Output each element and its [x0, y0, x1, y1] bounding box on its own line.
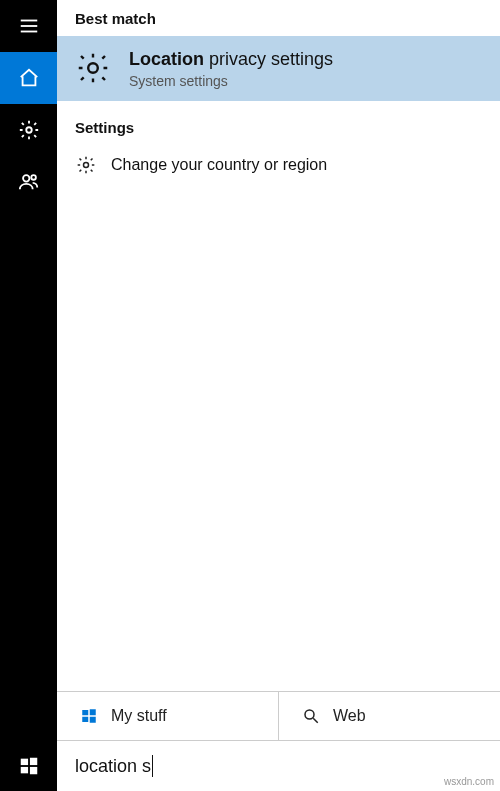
scope-web-label: Web: [333, 707, 366, 725]
start-button[interactable]: [0, 741, 57, 791]
svg-point-10: [88, 63, 98, 73]
settings-section-header: Settings: [57, 105, 500, 146]
gear-icon: [75, 50, 111, 86]
svg-point-4: [23, 175, 29, 181]
svg-rect-6: [20, 759, 27, 765]
scope-web-button[interactable]: Web: [278, 692, 500, 740]
best-match-title: Location privacy settings: [129, 48, 333, 71]
svg-rect-7: [29, 758, 36, 765]
scope-my-stuff-button[interactable]: My stuff: [57, 692, 278, 740]
nav-hamburger[interactable]: [0, 0, 57, 52]
gear-icon: [18, 119, 40, 141]
search-input-text: location s: [75, 756, 151, 777]
windows-icon: [79, 706, 99, 726]
best-match-header: Best match: [57, 0, 500, 36]
watermark-text: wsxdn.com: [444, 776, 494, 787]
svg-rect-14: [82, 717, 88, 722]
windows-icon: [18, 755, 40, 777]
nav-sidebar: [0, 0, 57, 791]
nav-home[interactable]: [0, 52, 57, 104]
nav-people[interactable]: [0, 156, 57, 208]
home-icon: [18, 67, 40, 89]
svg-point-11: [84, 162, 89, 167]
svg-point-5: [31, 175, 36, 180]
svg-point-3: [26, 127, 32, 133]
svg-rect-9: [29, 767, 36, 774]
text-caret: [152, 755, 153, 777]
search-icon: [301, 706, 321, 726]
nav-settings[interactable]: [0, 104, 57, 156]
scope-my-stuff-label: My stuff: [111, 707, 167, 725]
hamburger-icon: [18, 15, 40, 37]
settings-result-label: Change your country or region: [111, 156, 327, 174]
search-results-panel: Best match Location privacy settings Sys…: [57, 0, 500, 791]
svg-rect-13: [90, 709, 96, 715]
svg-rect-8: [20, 767, 27, 773]
settings-result-item[interactable]: Change your country or region: [57, 146, 500, 184]
svg-rect-15: [90, 717, 96, 723]
best-match-result[interactable]: Location privacy settings System setting…: [57, 36, 500, 101]
gear-icon: [75, 154, 97, 176]
search-scope-row: My stuff Web: [57, 691, 500, 741]
search-input-row[interactable]: location s: [57, 741, 500, 791]
svg-point-16: [305, 710, 314, 719]
people-icon: [18, 171, 40, 193]
svg-rect-12: [82, 710, 88, 715]
best-match-subtitle: System settings: [129, 73, 333, 89]
svg-line-17: [313, 718, 318, 723]
